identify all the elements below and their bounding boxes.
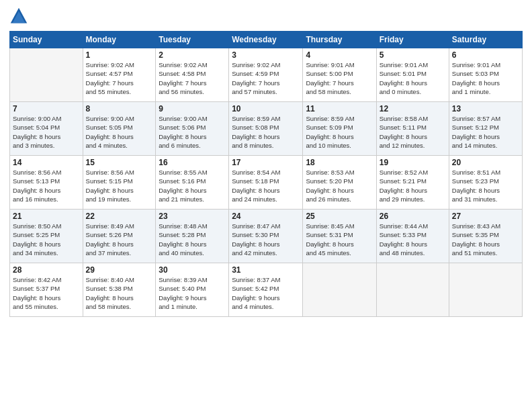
weekday-header-friday: Friday xyxy=(376,32,449,48)
day-number: 2 xyxy=(159,50,226,60)
calendar-page: SundayMondayTuesdayWednesdayThursdayFrid… xyxy=(0,0,532,411)
calendar-cell: 13Sunrise: 8:57 AM Sunset: 5:12 PM Dayli… xyxy=(449,102,522,156)
day-info: Sunrise: 8:49 AM Sunset: 5:26 PM Dayligh… xyxy=(86,222,153,257)
day-info: Sunrise: 9:00 AM Sunset: 5:04 PM Dayligh… xyxy=(13,114,80,150)
day-info: Sunrise: 8:43 AM Sunset: 5:35 PM Dayligh… xyxy=(452,222,519,257)
day-number: 25 xyxy=(306,212,373,221)
day-number: 8 xyxy=(86,104,153,113)
weekday-header-row: SundayMondayTuesdayWednesdayThursdayFrid… xyxy=(10,32,523,48)
calendar-cell: 22Sunrise: 8:49 AM Sunset: 5:26 PM Dayli… xyxy=(83,210,156,263)
day-number: 14 xyxy=(13,158,80,167)
day-info: Sunrise: 8:55 AM Sunset: 5:16 PM Dayligh… xyxy=(159,168,226,203)
day-number: 20 xyxy=(452,158,519,167)
day-number: 27 xyxy=(452,212,519,221)
day-number: 6 xyxy=(452,50,519,60)
weekday-header-tuesday: Tuesday xyxy=(156,32,229,48)
day-info: Sunrise: 8:47 AM Sunset: 5:30 PM Dayligh… xyxy=(232,222,300,257)
day-info: Sunrise: 8:57 AM Sunset: 5:12 PM Dayligh… xyxy=(452,114,519,150)
day-number: 13 xyxy=(452,104,519,113)
day-number: 29 xyxy=(86,265,153,275)
calendar-cell: 25Sunrise: 8:45 AM Sunset: 5:31 PM Dayli… xyxy=(303,210,376,263)
calendar-cell: 12Sunrise: 8:58 AM Sunset: 5:11 PM Dayli… xyxy=(376,102,449,156)
day-info: Sunrise: 8:56 AM Sunset: 5:13 PM Dayligh… xyxy=(13,168,80,203)
day-number: 3 xyxy=(232,50,300,60)
calendar-cell: 15Sunrise: 8:56 AM Sunset: 5:15 PM Dayli… xyxy=(83,156,156,210)
calendar-cell: 21Sunrise: 8:50 AM Sunset: 5:25 PM Dayli… xyxy=(10,210,83,263)
day-info: Sunrise: 9:00 AM Sunset: 5:05 PM Dayligh… xyxy=(86,114,153,150)
calendar-cell: 23Sunrise: 8:48 AM Sunset: 5:28 PM Dayli… xyxy=(156,210,229,263)
calendar-cell: 5Sunrise: 9:01 AM Sunset: 5:01 PM Daylig… xyxy=(376,48,449,102)
calendar-cell: 2Sunrise: 9:02 AM Sunset: 4:58 PM Daylig… xyxy=(156,48,229,102)
calendar-cell xyxy=(376,263,449,317)
calendar-cell: 1Sunrise: 9:02 AM Sunset: 4:57 PM Daylig… xyxy=(83,48,156,102)
calendar-cell xyxy=(303,263,376,317)
day-number: 10 xyxy=(232,104,300,113)
day-info: Sunrise: 8:51 AM Sunset: 5:23 PM Dayligh… xyxy=(452,168,519,203)
calendar-cell: 27Sunrise: 8:43 AM Sunset: 5:35 PM Dayli… xyxy=(449,210,522,263)
day-info: Sunrise: 9:02 AM Sunset: 4:57 PM Dayligh… xyxy=(86,60,153,96)
calendar-cell: 7Sunrise: 9:00 AM Sunset: 5:04 PM Daylig… xyxy=(10,102,83,156)
weekday-header-monday: Monday xyxy=(83,32,156,48)
calendar-cell xyxy=(449,263,522,317)
calendar-cell: 16Sunrise: 8:55 AM Sunset: 5:16 PM Dayli… xyxy=(156,156,229,210)
day-info: Sunrise: 8:59 AM Sunset: 5:08 PM Dayligh… xyxy=(232,114,300,150)
calendar-cell: 20Sunrise: 8:51 AM Sunset: 5:23 PM Dayli… xyxy=(449,156,522,210)
day-number: 18 xyxy=(306,158,373,167)
calendar-week-row: 28Sunrise: 8:42 AM Sunset: 5:37 PM Dayli… xyxy=(10,263,523,317)
calendar-cell: 11Sunrise: 8:59 AM Sunset: 5:09 PM Dayli… xyxy=(303,102,376,156)
day-info: Sunrise: 8:56 AM Sunset: 5:15 PM Dayligh… xyxy=(86,168,153,203)
day-info: Sunrise: 9:02 AM Sunset: 4:59 PM Dayligh… xyxy=(232,60,300,96)
calendar-cell: 9Sunrise: 9:00 AM Sunset: 5:06 PM Daylig… xyxy=(156,102,229,156)
calendar-cell: 17Sunrise: 8:54 AM Sunset: 5:18 PM Dayli… xyxy=(229,156,303,210)
day-info: Sunrise: 9:01 AM Sunset: 5:01 PM Dayligh… xyxy=(380,60,446,96)
day-info: Sunrise: 8:48 AM Sunset: 5:28 PM Dayligh… xyxy=(159,222,226,257)
calendar-cell: 31Sunrise: 8:37 AM Sunset: 5:42 PM Dayli… xyxy=(229,263,303,317)
day-number: 28 xyxy=(13,265,80,275)
day-info: Sunrise: 9:01 AM Sunset: 5:00 PM Dayligh… xyxy=(306,60,373,96)
day-info: Sunrise: 8:40 AM Sunset: 5:38 PM Dayligh… xyxy=(86,275,153,311)
calendar-week-row: 21Sunrise: 8:50 AM Sunset: 5:25 PM Dayli… xyxy=(10,210,523,263)
day-info: Sunrise: 8:52 AM Sunset: 5:21 PM Dayligh… xyxy=(380,168,446,203)
day-info: Sunrise: 8:58 AM Sunset: 5:11 PM Dayligh… xyxy=(380,114,446,150)
day-info: Sunrise: 8:37 AM Sunset: 5:42 PM Dayligh… xyxy=(232,275,300,311)
calendar-cell: 28Sunrise: 8:42 AM Sunset: 5:37 PM Dayli… xyxy=(10,263,83,317)
calendar-cell: 24Sunrise: 8:47 AM Sunset: 5:30 PM Dayli… xyxy=(229,210,303,263)
calendar-week-row: 1Sunrise: 9:02 AM Sunset: 4:57 PM Daylig… xyxy=(10,48,523,102)
day-number: 1 xyxy=(86,50,153,60)
calendar-week-row: 14Sunrise: 8:56 AM Sunset: 5:13 PM Dayli… xyxy=(10,156,523,210)
calendar-cell: 10Sunrise: 8:59 AM Sunset: 5:08 PM Dayli… xyxy=(229,102,303,156)
day-info: Sunrise: 9:00 AM Sunset: 5:06 PM Dayligh… xyxy=(159,114,226,150)
calendar-cell: 6Sunrise: 9:01 AM Sunset: 5:03 PM Daylig… xyxy=(449,48,522,102)
day-number: 30 xyxy=(159,265,226,275)
weekday-header-wednesday: Wednesday xyxy=(229,32,303,48)
day-info: Sunrise: 8:50 AM Sunset: 5:25 PM Dayligh… xyxy=(13,222,80,257)
calendar-cell: 29Sunrise: 8:40 AM Sunset: 5:38 PM Dayli… xyxy=(83,263,156,317)
day-info: Sunrise: 8:44 AM Sunset: 5:33 PM Dayligh… xyxy=(380,222,446,257)
weekday-header-thursday: Thursday xyxy=(303,32,376,48)
logo-icon xyxy=(9,7,28,26)
day-number: 24 xyxy=(232,212,300,221)
calendar-cell xyxy=(10,48,83,102)
header xyxy=(9,7,523,26)
day-number: 5 xyxy=(380,50,446,60)
day-number: 12 xyxy=(380,104,446,113)
day-number: 23 xyxy=(159,212,226,221)
day-info: Sunrise: 8:45 AM Sunset: 5:31 PM Dayligh… xyxy=(306,222,373,257)
calendar-cell: 30Sunrise: 8:39 AM Sunset: 5:40 PM Dayli… xyxy=(156,263,229,317)
day-info: Sunrise: 9:02 AM Sunset: 4:58 PM Dayligh… xyxy=(159,60,226,96)
calendar-cell: 3Sunrise: 9:02 AM Sunset: 4:59 PM Daylig… xyxy=(229,48,303,102)
day-number: 16 xyxy=(159,158,226,167)
day-number: 11 xyxy=(306,104,373,113)
calendar-cell: 18Sunrise: 8:53 AM Sunset: 5:20 PM Dayli… xyxy=(303,156,376,210)
weekday-header-saturday: Saturday xyxy=(449,32,522,48)
calendar-cell: 8Sunrise: 9:00 AM Sunset: 5:05 PM Daylig… xyxy=(83,102,156,156)
day-number: 7 xyxy=(13,104,80,113)
calendar-cell: 4Sunrise: 9:01 AM Sunset: 5:00 PM Daylig… xyxy=(303,48,376,102)
day-number: 17 xyxy=(232,158,300,167)
calendar-cell: 19Sunrise: 8:52 AM Sunset: 5:21 PM Dayli… xyxy=(376,156,449,210)
calendar-table: SundayMondayTuesdayWednesdayThursdayFrid… xyxy=(9,31,523,317)
day-info: Sunrise: 8:53 AM Sunset: 5:20 PM Dayligh… xyxy=(306,168,373,203)
day-info: Sunrise: 8:54 AM Sunset: 5:18 PM Dayligh… xyxy=(232,168,300,203)
weekday-header-sunday: Sunday xyxy=(10,32,83,48)
day-number: 22 xyxy=(86,212,153,221)
